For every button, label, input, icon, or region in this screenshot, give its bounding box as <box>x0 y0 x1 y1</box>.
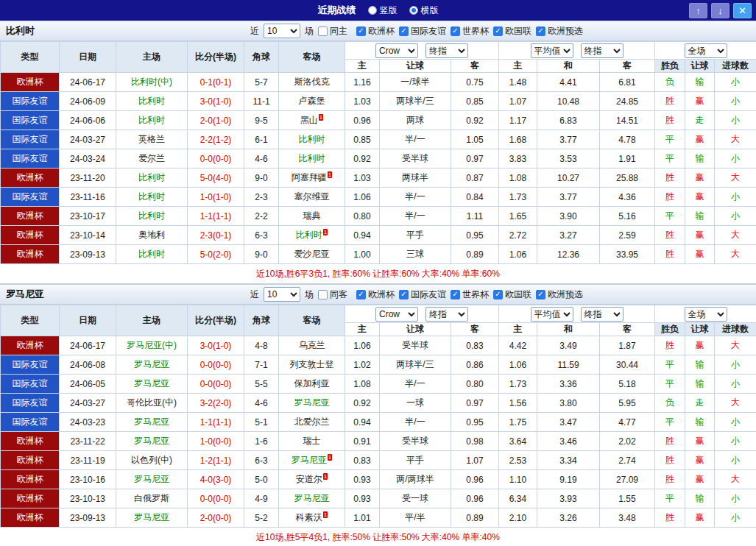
match-score: 3-0(1-0) <box>188 336 244 355</box>
odds-away: 0.95 <box>451 413 499 432</box>
avg-draw: 10.27 <box>537 169 600 188</box>
competition-type: 国际友谊 <box>1 375 60 394</box>
radio-unchecked-icon[interactable] <box>368 6 377 15</box>
checkbox-checked-icon[interactable]: ✓ <box>536 26 545 36</box>
odds-final-select[interactable]: 终指 <box>425 307 468 322</box>
competition-type: 欧洲杯 <box>1 336 60 355</box>
checkbox-checked-icon[interactable]: ✓ <box>536 290 545 299</box>
match-date: 24-03-24 <box>60 149 116 169</box>
avg-draw: 3.90 <box>537 207 600 226</box>
result-wdl: 胜 <box>655 451 685 470</box>
corner-count: 4-6 <box>244 394 279 413</box>
result-goals: 小 <box>715 73 756 92</box>
move-down-button[interactable]: ↓ <box>711 3 729 18</box>
move-up-button[interactable]: ↑ <box>689 3 707 18</box>
same-venue-label: 同主 <box>330 25 347 38</box>
team-section-belgium: 比利时 近 10 场 同主 ✓欧洲杯✓国际友谊✓世界杯✓欧国联✓欧洲预选 类型 … <box>0 21 756 284</box>
home-team: 罗马尼亚 <box>116 470 188 489</box>
result-handicap: 赢 <box>685 470 715 489</box>
away-team: 阿塞拜疆1 <box>279 169 345 188</box>
average-header-cell: 平均值 终指 <box>499 305 655 323</box>
competition-filters: ✓欧洲杯✓国际友谊✓世界杯✓欧国联✓欧洲预选 <box>356 25 587 38</box>
competition-type: 欧洲杯 <box>1 207 60 226</box>
close-button[interactable]: ✕ <box>733 3 752 18</box>
recent-count-select[interactable]: 10 <box>264 287 300 302</box>
competition-checkbox[interactable]: ✓国际友谊 <box>399 25 446 38</box>
competition-checkbox[interactable]: ✓国际友谊 <box>399 288 446 301</box>
away-team: 安道尔1 <box>279 470 345 489</box>
team-label: 爱尔兰 <box>138 153 165 163</box>
match-score: 2-0(0-0) <box>188 508 244 528</box>
competition-checkbox[interactable]: ✓欧洲杯 <box>356 25 395 38</box>
avg-draw: 4.41 <box>537 73 600 92</box>
handicap-line: 平手 <box>380 451 451 470</box>
checkbox-unchecked-icon[interactable] <box>318 290 328 299</box>
match-row: 欧洲杯23-10-16罗马尼亚4-0(3-0)5-0安道尔10.93两/两球半0… <box>1 470 756 489</box>
fulltime-select[interactable]: 全场 <box>685 307 727 322</box>
avg-draw: 11.59 <box>537 355 600 375</box>
team-label: 罗马尼亚 <box>294 493 330 503</box>
recent-count-select[interactable]: 10 <box>264 24 300 38</box>
same-venue-checkbox[interactable]: 同客 <box>318 288 347 301</box>
fulltime-header-cell: 全场 <box>655 305 756 323</box>
competition-checkbox[interactable]: ✓欧洲杯 <box>356 288 395 301</box>
odds-company-select[interactable]: Crow <box>375 307 418 322</box>
checkbox-checked-icon[interactable]: ✓ <box>451 290 460 299</box>
checkbox-checked-icon[interactable]: ✓ <box>356 290 366 299</box>
competition-checkbox[interactable]: ✓世界杯 <box>451 25 489 38</box>
odds-home: 0.83 <box>345 451 380 470</box>
average-final-select[interactable]: 终指 <box>581 43 623 58</box>
away-team: 罗马尼亚 <box>279 394 345 413</box>
fulltime-select[interactable]: 全场 <box>685 43 727 58</box>
team-label: 罗马尼亚 <box>134 359 169 369</box>
competition-checkbox[interactable]: ✓欧洲预选 <box>536 288 583 301</box>
odds-home: 0.94 <box>345 413 380 432</box>
avg-draw: 3.93 <box>537 489 600 508</box>
corner-count: 5-7 <box>244 73 279 92</box>
competition-checkbox-label: 国际友谊 <box>411 288 446 301</box>
same-venue-label: 同客 <box>330 288 347 301</box>
home-team: 比利时 <box>116 92 188 111</box>
average-final-select[interactable]: 终指 <box>581 307 623 322</box>
handicap-line: 受半球 <box>380 336 451 355</box>
average-header-cell: 平均值 终指 <box>499 42 655 60</box>
competition-checkbox[interactable]: ✓世界杯 <box>451 288 489 301</box>
odds-company-select[interactable]: Crow <box>375 43 418 58</box>
checkbox-checked-icon[interactable]: ✓ <box>493 290 503 299</box>
odds-home: 0.85 <box>345 130 380 149</box>
competition-checkbox[interactable]: ✓欧国联 <box>493 288 531 301</box>
result-wdl: 胜 <box>655 336 685 355</box>
competition-checkbox[interactable]: ✓欧洲预选 <box>536 25 583 38</box>
handicap-line: 受半球 <box>380 432 451 451</box>
corner-count: 2-2 <box>244 207 279 226</box>
layout-radio-horizontal[interactable]: 横版 <box>409 4 439 17</box>
corner-count: 11-1 <box>244 92 279 111</box>
radio-checked-icon[interactable] <box>409 6 418 15</box>
match-score: 0-0(0-0) <box>188 489 244 508</box>
corner-count: 4-6 <box>244 149 279 169</box>
checkbox-checked-icon[interactable]: ✓ <box>451 26 460 36</box>
checkbox-checked-icon[interactable]: ✓ <box>399 26 409 36</box>
col-header-type: 类型 <box>1 305 60 336</box>
result-wdl: 胜 <box>655 245 685 264</box>
checkbox-unchecked-icon[interactable] <box>318 26 328 36</box>
result-handicap: 走 <box>685 394 715 413</box>
average-select[interactable]: 平均值 <box>531 307 573 322</box>
checkbox-checked-icon[interactable]: ✓ <box>399 290 409 299</box>
competition-checkbox[interactable]: ✓欧国联 <box>493 25 531 38</box>
match-row: 欧洲杯23-09-13比利时5-0(2-0)9-0爱沙尼亚1.00三球0.891… <box>1 245 756 264</box>
match-score: 4-0(3-0) <box>188 470 244 489</box>
checkbox-checked-icon[interactable]: ✓ <box>493 26 503 36</box>
layout-radio-vertical[interactable]: 竖版 <box>368 4 398 17</box>
col-header-home: 主场 <box>116 42 188 73</box>
away-team: 罗马尼亚 <box>279 489 345 508</box>
away-team: 爱沙尼亚 <box>279 245 345 264</box>
match-row: 欧洲杯23-10-13白俄罗斯0-0(0-0)4-9罗马尼亚0.93受一球0.9… <box>1 489 756 508</box>
odds-final-select[interactable]: 终指 <box>425 43 468 58</box>
checkbox-checked-icon[interactable]: ✓ <box>356 26 366 36</box>
avg-home: 1.10 <box>499 470 537 489</box>
average-select[interactable]: 平均值 <box>531 43 573 58</box>
match-date: 23-11-20 <box>60 169 116 188</box>
avg-away: 1.91 <box>600 149 655 169</box>
same-venue-checkbox[interactable]: 同主 <box>318 25 347 38</box>
